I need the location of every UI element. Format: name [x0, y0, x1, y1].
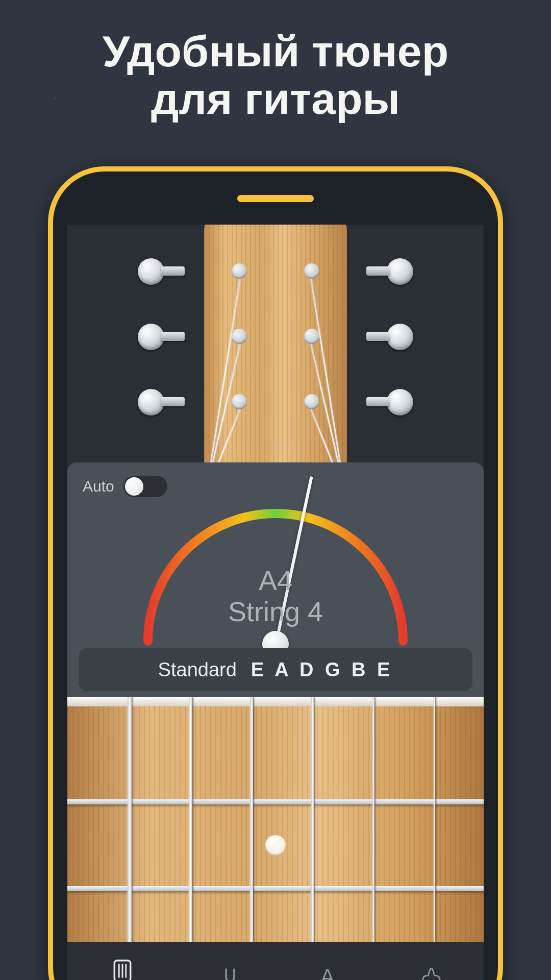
note-readout: A4 String 4 — [228, 565, 323, 627]
marketing-headline: Удобный тюнер для гитары — [0, 28, 551, 122]
device-speaker — [237, 195, 314, 202]
string-5[interactable] — [189, 697, 192, 942]
string-2[interactable] — [372, 697, 374, 942]
tuning-peg[interactable] — [147, 321, 192, 352]
string-1[interactable] — [434, 697, 435, 942]
tuning-peg[interactable] — [359, 321, 404, 352]
string-4[interactable] — [250, 697, 253, 942]
headline-line2: для гитары — [0, 75, 551, 122]
bottom-nav: Tuner A4 — [67, 942, 484, 980]
auto-toggle[interactable] — [123, 476, 167, 497]
pitch-icon: A4 — [320, 965, 341, 980]
auto-label: Auto — [83, 478, 114, 495]
device-frame: Auto — [48, 166, 503, 980]
tuning-fork-icon — [216, 965, 244, 980]
detected-note: A4 — [228, 565, 323, 596]
string-3[interactable] — [311, 697, 314, 942]
nav-fork[interactable] — [216, 965, 244, 980]
tuning-name: Standard — [158, 659, 237, 681]
tuning-notes: E A D G B E — [251, 659, 393, 681]
headstock-illustration — [67, 225, 484, 470]
tuner-panel: Auto — [67, 462, 484, 697]
guitar-icon — [418, 965, 445, 980]
nav-instruments[interactable] — [418, 965, 445, 980]
headline-line1: Удобный тюнер — [0, 28, 551, 75]
string-6[interactable] — [128, 697, 132, 942]
nav-pitch[interactable]: A4 — [320, 965, 341, 980]
tuning-peg[interactable] — [147, 386, 192, 418]
device-side-button — [498, 437, 503, 539]
tuning-peg[interactable] — [359, 255, 404, 287]
tuning-selector[interactable]: Standard E A D G B E — [79, 648, 472, 691]
app-screen: Auto — [67, 225, 484, 980]
tuning-peg[interactable] — [147, 255, 192, 287]
fretboard[interactable] — [67, 697, 484, 942]
detected-string: String 4 — [228, 596, 323, 627]
tuner-icon — [109, 957, 136, 981]
nav-tuner[interactable]: Tuner — [106, 957, 140, 981]
tuning-peg[interactable] — [359, 386, 404, 418]
